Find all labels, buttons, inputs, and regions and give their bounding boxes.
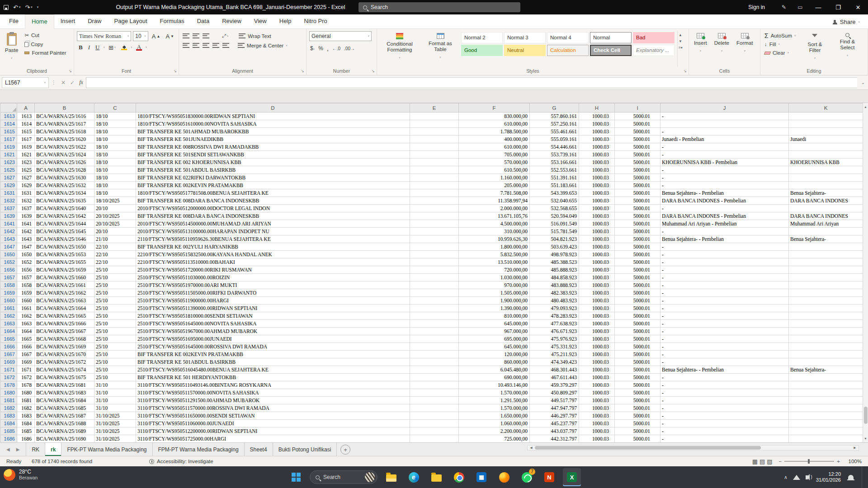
cell[interactable]: 2510/FTSCY/WS950511390000.00RIDWAN SEPTI… <box>136 305 410 312</box>
cell[interactable]: 400.000,00 <box>459 136 530 143</box>
cell[interactable]: BCA/WARNA/25/1685 <box>35 404 94 412</box>
cell[interactable] <box>789 228 863 235</box>
vertical-scroll-thumb[interactable] <box>864 407 868 424</box>
cell[interactable]: 2110/FTSCY/WS9505110959626.30BENUA SEJAH… <box>136 235 410 243</box>
cell[interactable]: 2510/FTSCY/WS95051645000.00ROSSIVA DWI R… <box>136 343 410 351</box>
styles-dialog-launcher[interactable]: ↘ <box>683 69 687 73</box>
cell[interactable]: 25/10 <box>94 366 136 374</box>
number-dialog-launcher[interactable]: ↘ <box>371 69 375 73</box>
cell[interactable]: 1000.03 <box>579 258 615 266</box>
cell[interactable]: BIF TRANSFER KE 501ABDUL BASIRKBB <box>136 358 410 366</box>
cell[interactable]: 1.291.500,00 <box>459 397 530 404</box>
cell[interactable] <box>410 235 459 243</box>
cell[interactable]: Benua Sejahtera- <box>789 366 863 374</box>
align-right-icon[interactable] <box>203 43 209 48</box>
cell[interactable] <box>410 343 459 351</box>
cell[interactable]: - <box>660 305 789 312</box>
cell[interactable]: 553.739.161 <box>530 151 579 159</box>
cell[interactable]: 555.059.161 <box>530 136 579 143</box>
cell[interactable]: 515.781.549 <box>530 228 579 235</box>
bold-button[interactable]: B <box>77 43 85 52</box>
decrease-indent-icon[interactable] <box>212 43 219 48</box>
cell[interactable]: BCA/WARNA/25/1684 <box>35 397 94 404</box>
font-dialog-launcher[interactable]: ↘ <box>173 69 177 73</box>
cell[interactable]: BCA/WARNA/25/1630 <box>35 174 94 182</box>
cell[interactable]: - <box>660 404 789 412</box>
cell[interactable] <box>789 113 863 120</box>
cell-style-normal[interactable]: Normal 3 <box>504 32 546 43</box>
cell[interactable]: 1631 <box>17 189 35 197</box>
cell[interactable]: 479.093.923 <box>530 305 579 312</box>
restore-button[interactable]: ❐ <box>828 0 848 14</box>
cell[interactable]: DARA BANCA INDONES - Pembelian <box>660 212 789 220</box>
cell[interactable]: BCA/WARNA/25/1670 <box>35 351 94 358</box>
cell[interactable]: 1000.03 <box>579 266 615 274</box>
cell[interactable]: 25/10 <box>94 374 136 381</box>
cell[interactable]: 5000.01 <box>615 358 660 366</box>
cell[interactable]: 5000.01 <box>615 189 660 197</box>
customize-qat-button[interactable]: ▾ <box>37 5 39 9</box>
cut-button[interactable]: ✂Cut <box>23 31 67 39</box>
cell[interactable]: 610.000,00 <box>459 120 530 128</box>
cell[interactable]: 2510/FTSCY/WS95051720000.00RIKI RUSMAWAN <box>136 266 410 274</box>
cell[interactable]: 474.349.423 <box>530 358 579 366</box>
cell[interactable]: 1665 <box>17 335 35 343</box>
cell[interactable]: 1000.03 <box>579 274 615 282</box>
cell[interactable] <box>410 274 459 282</box>
vertical-scrollbar[interactable]: ▲ ▼ <box>863 103 868 442</box>
row-header[interactable]: 1686 <box>0 435 17 443</box>
decrease-decimal-button[interactable]: .00→ <box>344 46 355 51</box>
cell[interactable]: - <box>660 205 789 212</box>
gallery-up-icon[interactable]: ▲ <box>679 33 683 37</box>
row-header[interactable]: 1643 <box>0 235 17 243</box>
cell[interactable]: 2510/FTSCY/WS95051967000.00AHMAD MUBAROK <box>136 328 410 335</box>
cell[interactable]: 1000.03 <box>579 282 615 289</box>
cell[interactable]: 504.821.923 <box>530 235 579 243</box>
cell[interactable]: 2510/FTSCY/WS95051645000.00NOVITA SAHASI… <box>136 320 410 328</box>
cell[interactable]: 484.858.923 <box>530 274 579 282</box>
scroll-right-icon[interactable]: ▶ <box>851 446 859 450</box>
cell[interactable]: 5000.01 <box>615 143 660 151</box>
cell[interactable]: BCA/WARNA/25/1650 <box>35 243 94 251</box>
cell[interactable] <box>789 143 863 151</box>
cell[interactable]: 5000.01 <box>615 228 660 235</box>
cell[interactable]: 5000.01 <box>615 113 660 120</box>
cell[interactable]: 1660 <box>17 297 35 305</box>
cell[interactable]: 1657 <box>17 274 35 282</box>
percent-style-button[interactable]: % <box>318 45 323 52</box>
cell[interactable]: 570.000,00 <box>459 159 530 166</box>
taskbar-search[interactable]: Search <box>310 470 377 484</box>
cell[interactable]: 5000.01 <box>615 251 660 258</box>
cell[interactable] <box>410 143 459 151</box>
clear-button[interactable]: Clear▾ <box>763 49 797 56</box>
cell[interactable]: 2510/FTSCY/WS950511030000.00ROIZIN <box>136 274 410 282</box>
cell[interactable] <box>410 282 459 289</box>
cell[interactable]: 482.383.923 <box>530 289 579 297</box>
cell[interactable]: 554.446.661 <box>530 143 579 151</box>
ribbon-tab-nitro-pro[interactable]: Nitro Pro <box>298 14 334 28</box>
cell[interactable]: 1663 <box>17 320 35 328</box>
cell[interactable]: 1683 <box>17 412 35 420</box>
cell[interactable]: 475.976.923 <box>530 335 579 343</box>
cell[interactable]: BCA/WARNA/25/1618 <box>35 128 94 136</box>
cell[interactable]: BCA/WARNA/25/1644 <box>35 220 94 228</box>
cell[interactable]: 1617 <box>17 136 35 143</box>
cell[interactable]: BCA/WARNA/25/1688 <box>35 420 94 427</box>
align-left-icon[interactable] <box>183 43 189 48</box>
cell[interactable]: - <box>660 282 789 289</box>
cell[interactable]: 1000.03 <box>579 397 615 404</box>
minimize-button[interactable]: — <box>808 0 828 14</box>
cell[interactable] <box>410 335 459 343</box>
cell[interactable]: 2210/FTSCY/WS9505113510000.00BAHAKI <box>136 258 410 266</box>
cell[interactable] <box>789 182 863 189</box>
cell[interactable]: - <box>660 381 789 389</box>
search-box[interactable]: Search <box>359 2 520 12</box>
paste-button[interactable]: Paste ▾ <box>3 31 20 67</box>
cell[interactable]: 25/10 <box>94 274 136 282</box>
cell[interactable]: 31/10/2025 <box>94 420 136 427</box>
cell[interactable]: 25/10 <box>94 328 136 335</box>
ribbon-tab-data[interactable]: Data <box>191 14 216 28</box>
cell[interactable]: 5000.01 <box>615 328 660 335</box>
cell[interactable] <box>410 166 459 174</box>
cell[interactable]: 475.331.923 <box>530 343 579 351</box>
